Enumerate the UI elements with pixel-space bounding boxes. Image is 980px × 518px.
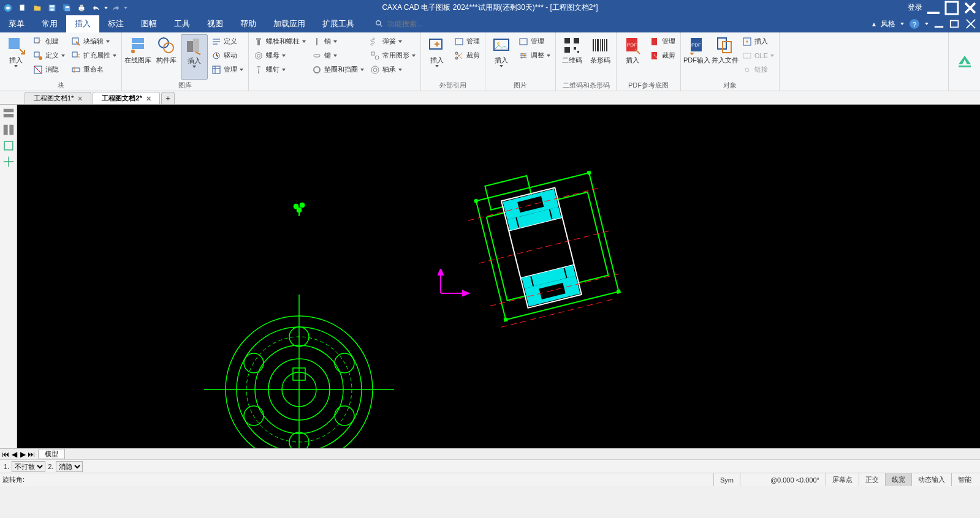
svg-rect-64 [597,39,599,51]
style-dropdown-icon[interactable] [900,23,904,25]
merge-file-button[interactable]: 并入文件 [712,34,739,80]
status-sym[interactable]: Sym [713,473,740,486]
undo-dropdown-icon[interactable] [104,7,108,9]
option-select-explode[interactable]: 不打散 [12,461,45,472]
qrcode-button[interactable]: 二维码 [558,34,585,80]
bearing-button[interactable]: 轴承 [368,62,418,77]
rail-button-2[interactable] [2,123,15,137]
picture-manage-button[interactable]: 管理 [516,34,553,48]
feature-search-input[interactable] [387,20,473,28]
xref-insert-button[interactable]: 插入 [424,34,450,80]
spring-button[interactable]: 弹簧 [368,34,418,48]
block-rename-button[interactable]: 重命名 [69,62,119,77]
save-icon[interactable] [45,1,59,15]
print-icon[interactable] [75,1,88,15]
ole-button[interactable]: OLE [740,48,777,62]
washer-button[interactable]: 垫圈和挡圈 [310,62,367,77]
barcode-button[interactable]: 条形码 [587,34,613,80]
save-all-icon[interactable] [60,1,74,15]
new-file-icon[interactable] [16,1,29,15]
object-insert-button[interactable]: 插入 [740,34,777,48]
window-title: CAXA CAD 电子图板 2024***试用期(还剩30天)*** - [工程… [382,2,598,13]
tab-common[interactable]: 常用 [33,15,66,32]
screw-button[interactable]: 螺钉 [251,62,308,77]
layout-nav-prev-icon[interactable]: ◀ [10,450,18,459]
library-manage-button[interactable]: 管理 [209,62,246,77]
block-edit-button[interactable]: 块编辑 [69,34,119,48]
block-expand-attr-button[interactable]: 扩充属性 [69,48,119,62]
close-button[interactable] [963,2,978,14]
block-insert-button[interactable]: 插入 [2,34,29,80]
mdi-close-icon[interactable] [965,18,976,29]
pdf-manage-button[interactable]: 管理 [647,34,678,48]
block-define-button[interactable]: 定义 [31,48,67,62]
nut-button[interactable]: 螺母 [251,48,308,62]
status-dyninput[interactable]: 动态输入 [911,473,951,486]
tab-insert[interactable]: 插入 [66,15,99,32]
option-select-hide[interactable]: 消隐 [56,461,83,472]
rail-button-3[interactable] [2,139,15,152]
picture-insert-button[interactable]: 插入 [488,34,515,80]
help-dropdown-icon[interactable] [925,23,929,25]
xref-manage-button[interactable]: 管理 [452,34,482,48]
login-link[interactable]: 登录 [908,2,922,13]
library-insert-button[interactable]: 插入 [181,34,208,80]
library-define-icon [211,37,221,47]
rail-button-1[interactable] [2,107,15,121]
status-smart[interactable]: 智能 [951,473,978,486]
document-tab[interactable]: 工程图文档2* ✕ [93,92,159,104]
block-hide-button[interactable]: 消隐 [31,62,67,77]
part-library-button[interactable]: 构件库 [153,34,180,80]
app-icon[interactable] [1,1,15,15]
bolt-button[interactable]: 螺栓和螺柱 [251,34,308,48]
status-screenpoint[interactable]: 屏幕点 [826,473,859,486]
svg-rect-71 [651,38,657,45]
pdf-insert-button[interactable]: PDF 插入 [619,34,646,80]
add-tab-button[interactable]: ＋ [161,92,175,104]
minimize-button[interactable] [926,2,941,14]
mdi-minimize-icon[interactable] [933,18,944,29]
library-drive-button[interactable]: 驱动 [209,48,246,62]
help-icon[interactable]: ? [909,18,920,29]
tab-tools[interactable]: 工具 [165,15,199,32]
collapse-ribbon-icon[interactable]: ▴ [872,20,876,28]
online-library-button[interactable]: 在线图库 [124,34,151,80]
svg-rect-121 [564,265,575,278]
rail-button-4[interactable] [2,155,15,168]
undo-icon[interactable] [89,1,103,15]
common-shape-button[interactable]: 常用图形 [368,48,418,62]
redo-dropdown-icon[interactable] [124,7,127,9]
tab-annotate[interactable]: 标注 [99,15,132,32]
mdi-restore-icon[interactable] [949,18,960,29]
tab-frame[interactable]: 图幅 [132,15,165,32]
pin-button[interactable]: 销 [310,34,367,48]
layout-nav-first-icon[interactable]: ⏮ [1,450,10,459]
menu-tab[interactable]: 菜单 [0,15,33,32]
link-button[interactable]: 链接 [740,62,777,77]
maximize-button[interactable] [944,2,959,14]
drawing-canvas[interactable] [17,105,980,448]
status-lineweight[interactable]: 线宽 [885,473,911,486]
tab-extend[interactable]: 扩展工具 [314,15,363,32]
pdf-clip-button[interactable]: 裁剪 [647,48,678,62]
pdf-input-button[interactable]: PDF PDF输入 [683,34,710,80]
tab-view[interactable]: 视图 [199,15,232,32]
key-button[interactable]: 键 [310,48,367,62]
redo-icon[interactable] [109,1,123,15]
close-tab-icon[interactable]: ✕ [146,95,153,102]
close-tab-icon[interactable]: ✕ [77,95,85,102]
xref-clip-button[interactable]: 裁剪 [452,48,482,62]
picture-adjust-button[interactable]: 调整 [516,48,553,62]
library-define-button[interactable]: 定义 [209,34,246,48]
open-file-icon[interactable] [31,1,44,15]
tab-help[interactable]: 帮助 [232,15,265,32]
block-create-button[interactable]: 创建 [31,34,67,48]
tab-addons[interactable]: 加载应用 [265,15,314,32]
search-icon [375,20,384,28]
layout-tab-model[interactable]: 模型 [38,449,65,459]
layout-nav-next-icon[interactable]: ▶ [18,450,27,459]
style-label[interactable]: 风格 [881,19,895,29]
document-tab[interactable]: 工程图文档1* ✕ [25,92,91,104]
layout-nav-last-icon[interactable]: ⏭ [27,450,36,459]
status-ortho[interactable]: 正交 [859,473,885,486]
